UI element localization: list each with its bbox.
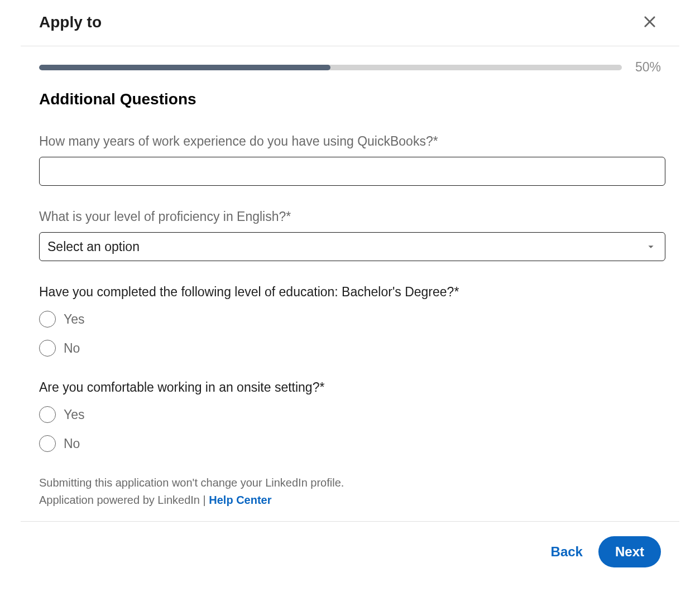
field-label: What is your level of proficiency in Eng… [39,208,661,225]
progress-section: 50% Additional Questions How many years … [21,46,679,521]
field-label: How many years of work experience do you… [39,133,661,150]
help-center-link[interactable]: Help Center [209,494,271,506]
close-icon [642,14,658,31]
question-label: Are you comfortable working in an onsite… [39,379,661,396]
question-quickbooks-years: How many years of work experience do you… [39,133,661,186]
radio-no-input[interactable] [39,340,56,357]
radio-option-no: No [39,340,661,357]
close-button[interactable] [639,11,661,33]
progress-track [39,65,622,70]
radio-no-input[interactable] [39,435,56,452]
select-placeholder: Select an option [47,239,140,254]
radio-option-no: No [39,435,661,452]
caret-down-icon [645,240,657,253]
question-english-proficiency: What is your level of proficiency in Eng… [39,208,661,261]
english-proficiency-select[interactable]: Select an option [39,232,665,261]
modal-title: Apply to [39,13,102,31]
section-heading: Additional Questions [39,90,661,108]
apply-modal: Apply to 50% Additional Questions How ma… [21,0,679,582]
powered-by-text: Application powered by LinkedIn [39,494,200,506]
question-onsite-comfort: Are you comfortable working in an onsite… [39,379,661,452]
radio-option-yes: Yes [39,406,661,423]
question-label: Have you completed the following level o… [39,283,661,301]
radio-yes-label: Yes [64,312,85,327]
progress-fill [39,65,330,70]
quickbooks-years-input[interactable] [39,157,665,186]
modal-header: Apply to [21,0,679,46]
radio-yes-label: Yes [64,407,85,422]
progress-label: 50% [632,60,661,75]
question-bachelors-degree: Have you completed the following level o… [39,283,661,357]
radio-yes-input[interactable] [39,311,56,328]
radio-no-label: No [64,341,80,356]
disclaimer: Submitting this application won't change… [39,474,661,521]
radio-yes-input[interactable] [39,406,56,423]
progress-row: 50% [39,46,661,75]
separator: | [200,494,209,506]
radio-option-yes: Yes [39,311,661,328]
next-button[interactable]: Next [598,536,661,567]
radio-no-label: No [64,436,80,451]
disclaimer-line1: Submitting this application won't change… [39,474,661,492]
disclaimer-line2: Application powered by LinkedIn | Help C… [39,492,661,509]
modal-footer: Back Next [21,521,679,582]
back-button[interactable]: Back [549,538,585,565]
